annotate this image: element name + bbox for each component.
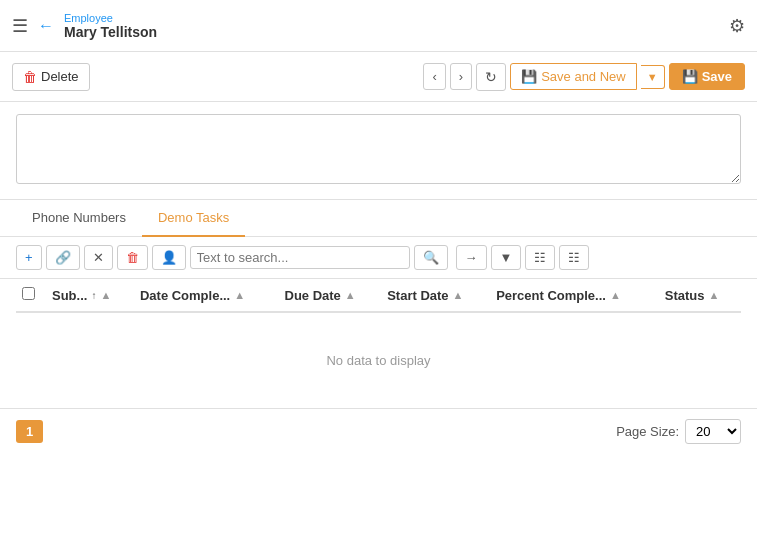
refresh-button[interactable]: ↻ [476,63,506,91]
page-size-section: Page Size: 10 20 50 100 [616,419,741,444]
content-area: Phone Numbers Demo Tasks + 🔗 ✕ 🗑 👤 🔍 → ▼… [0,102,757,559]
col-percent-complete: Percent Comple... ▲ [490,279,659,312]
breadcrumb-parent[interactable]: Employee [64,12,157,24]
tab-demo-tasks-label: Demo Tasks [158,210,229,225]
col-due-date-label: Due Date [285,288,341,303]
tabs-section: Phone Numbers Demo Tasks [0,200,757,237]
pagination-bar: 1 Page Size: 10 20 50 100 [0,408,757,454]
filter-icon-subject[interactable]: ▲ [100,289,111,301]
page-size-label: Page Size: [616,424,679,439]
top-bar: ☰ ← Employee Mary Tellitson ⚙ [0,0,757,52]
link-button[interactable]: 🔗 [46,245,80,270]
filter-icon-start-date[interactable]: ▲ [453,289,464,301]
search-wrapper [190,246,410,269]
delete-button[interactable]: 🗑 Delete [12,63,90,91]
toolbar-right: ‹ › ↻ 💾 Save and New ▼ 💾 Save [423,63,745,91]
filter-icon-date-complete[interactable]: ▲ [234,289,245,301]
table-body: No data to display [16,312,741,408]
save-button[interactable]: 💾 Save [669,63,745,90]
table-header: Sub... ↑ ▲ Date Comple... ▲ Due Da [16,279,741,312]
select-all-checkbox[interactable] [22,287,35,300]
person-button[interactable]: 👤 [152,245,186,270]
breadcrumb-current: Mary Tellitson [64,24,157,40]
data-table: Sub... ↑ ▲ Date Comple... ▲ Due Da [16,279,741,408]
col-date-complete-label: Date Comple... [140,288,230,303]
tab-phone-numbers-label: Phone Numbers [32,210,126,225]
col-status-label: Status [665,288,705,303]
filter-icon-due-date[interactable]: ▲ [345,289,356,301]
page-size-select[interactable]: 10 20 50 100 [685,419,741,444]
export-dropdown-button[interactable]: ▼ [491,245,522,270]
tab-phone-numbers[interactable]: Phone Numbers [16,200,142,237]
save-new-dropdown-button[interactable]: ▼ [641,65,665,89]
prev-button[interactable]: ‹ [423,63,445,90]
col-start-date: Start Date ▲ [381,279,490,312]
sub-toolbar: + 🔗 ✕ 🗑 👤 🔍 → ▼ ☷ ☷ [0,237,757,279]
unlink-button[interactable]: ✕ [84,245,113,270]
add-button[interactable]: + [16,245,42,270]
next-button[interactable]: › [450,63,472,90]
breadcrumb: Employee Mary Tellitson [64,12,157,40]
col-status: Status ▲ [659,279,741,312]
export-button[interactable]: → [456,245,487,270]
no-data-row: No data to display [16,312,741,408]
search-input[interactable] [197,250,403,265]
note-textarea[interactable] [16,114,741,184]
hamburger-icon[interactable]: ☰ [12,15,28,37]
sort-icon-subject[interactable]: ↑ [91,290,96,301]
filter-icon-percent-complete[interactable]: ▲ [610,289,621,301]
top-bar-left: ☰ ← Employee Mary Tellitson [12,12,157,40]
save-new-label: Save and New [541,69,626,84]
save-label: Save [702,69,732,84]
delete-label: Delete [41,69,79,84]
toolbar-left: 🗑 Delete [12,63,90,91]
save-icon: 💾 [682,69,698,84]
page-1-button[interactable]: 1 [16,420,43,443]
sub-toolbar-right: → ▼ ☷ ☷ [456,245,590,270]
textarea-section [0,102,757,200]
tab-demo-tasks[interactable]: Demo Tasks [142,200,245,237]
save-new-icon: 💾 [521,69,537,84]
gear-icon[interactable]: ⚙ [729,15,745,37]
columns-button[interactable]: ☷ [525,245,555,270]
sub-delete-button[interactable]: 🗑 [117,245,148,270]
back-icon[interactable]: ← [38,17,54,35]
search-button[interactable]: 🔍 [414,245,448,270]
toolbar: 🗑 Delete ‹ › ↻ 💾 Save and New ▼ 💾 Save [0,52,757,102]
data-table-section: Sub... ↑ ▲ Date Comple... ▲ Due Da [0,279,757,408]
col-start-date-label: Start Date [387,288,448,303]
delete-icon: 🗑 [23,69,37,85]
save-new-button[interactable]: 💾 Save and New [510,63,637,90]
no-data-message: No data to display [16,312,741,408]
filter-button[interactable]: ☷ [559,245,589,270]
filter-icon-status[interactable]: ▲ [709,289,720,301]
col-due-date: Due Date ▲ [279,279,382,312]
select-all-header [16,279,46,312]
col-subject: Sub... ↑ ▲ [46,279,134,312]
col-date-complete: Date Comple... ▲ [134,279,279,312]
col-percent-complete-label: Percent Comple... [496,288,606,303]
col-subject-label: Sub... [52,288,87,303]
